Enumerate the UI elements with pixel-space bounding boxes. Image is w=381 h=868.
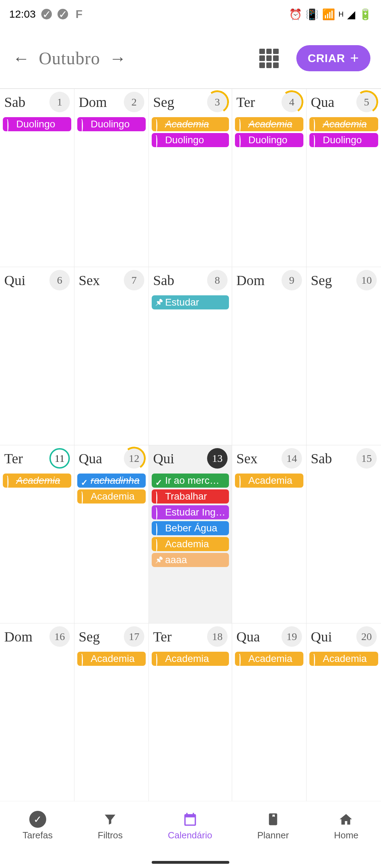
event-chip[interactable]: Academia	[235, 117, 303, 131]
day-cell[interactable]: Sex7	[74, 267, 149, 445]
day-number[interactable]: 20	[356, 626, 377, 647]
gesture-handle[interactable]	[152, 861, 229, 864]
day-cell[interactable]: Sab8📌Estudar	[149, 267, 232, 445]
day-number[interactable]: 2	[124, 92, 144, 112]
day-cell[interactable]: Seg3AcademiaDuolingo	[149, 89, 232, 267]
nav-tarefas[interactable]: ✓ Tarefas	[23, 811, 53, 841]
event-chip[interactable]: Academia	[309, 652, 378, 666]
day-number[interactable]: 1	[49, 92, 70, 112]
pin-icon: 📌	[155, 556, 163, 564]
day-header: Sab1	[3, 92, 71, 112]
check-icon	[155, 477, 163, 484]
day-number[interactable]: 5	[356, 92, 377, 112]
day-number[interactable]: 16	[49, 626, 70, 647]
day-header: Qui13	[152, 448, 229, 469]
status-bar: 12:03 ✓ ✓ F ⏰ 📳 📶 H ◢ 🔋	[0, 0, 381, 28]
event-chip[interactable]: Academia	[152, 537, 229, 551]
vibrate-icon: 📳	[306, 8, 319, 20]
day-cell[interactable]: Qui13Ir ao merc…TrabalharEstudar Ing…Beb…	[149, 445, 232, 623]
event-chip[interactable]: Duolingo	[77, 117, 146, 131]
day-cell[interactable]: Qui20Academia	[307, 623, 381, 802]
event-list: Academia	[309, 652, 378, 666]
day-cell[interactable]: Seg17Academia	[74, 623, 149, 802]
day-number[interactable]: 3	[207, 92, 228, 112]
event-chip[interactable]: Academia	[3, 474, 71, 488]
day-name: Qua	[79, 450, 102, 467]
day-cell[interactable]: Qui6	[0, 267, 74, 445]
day-number[interactable]: 9	[282, 270, 302, 290]
day-cell[interactable]: Sab1Duolingo	[0, 89, 74, 267]
day-name: Seg	[79, 628, 100, 645]
day-number[interactable]: 7	[124, 270, 144, 290]
event-chip[interactable]: Beber Água	[152, 521, 229, 535]
event-chip[interactable]: Academia	[77, 652, 146, 666]
event-chip[interactable]: Ir ao merc…	[152, 474, 229, 488]
event-chip[interactable]: Academia	[152, 652, 229, 666]
day-name: Seg	[311, 272, 332, 289]
day-cell[interactable]: Qua12rachadinhaAcademia	[74, 445, 149, 623]
next-month-button[interactable]: →	[107, 49, 128, 68]
event-chip[interactable]: Duolingo	[152, 133, 229, 147]
nav-tarefas-label: Tarefas	[23, 830, 53, 841]
day-header: Sab15	[309, 448, 378, 469]
day-cell[interactable]: Qua19Academia	[232, 623, 307, 802]
event-chip[interactable]: Academia	[235, 474, 303, 488]
day-cell[interactable]: Dom16	[0, 623, 74, 802]
plus-icon: +	[350, 50, 359, 67]
refresh-icon	[155, 120, 163, 128]
event-chip[interactable]: Academia	[309, 117, 378, 131]
event-chip[interactable]: rachadinha	[77, 474, 146, 488]
day-number[interactable]: 18	[207, 626, 228, 647]
event-chip[interactable]: Duolingo	[235, 133, 303, 147]
event-chip[interactable]: 📌Estudar	[152, 295, 229, 309]
event-chip[interactable]: Trabalhar	[152, 489, 229, 504]
month-title[interactable]: Outubro	[39, 48, 100, 68]
event-list: 📌Estudar	[152, 295, 229, 309]
day-number[interactable]: 4	[282, 92, 302, 112]
refresh-icon	[155, 655, 163, 663]
day-number[interactable]: 8	[207, 270, 228, 290]
header: ← Outubro → CRIAR +	[0, 28, 381, 88]
event-chip[interactable]: 📌aaaa	[152, 553, 229, 567]
event-chip[interactable]: Duolingo	[3, 117, 71, 131]
day-cell[interactable]: Seg10	[307, 267, 381, 445]
event-chip[interactable]: Academia	[77, 489, 146, 504]
day-number[interactable]: 13	[207, 448, 228, 469]
day-number[interactable]: 14	[282, 448, 302, 469]
create-button[interactable]: CRIAR +	[296, 45, 370, 71]
day-cell[interactable]: Qua5AcademiaDuolingo	[307, 89, 381, 267]
nav-home-label: Home	[334, 830, 358, 841]
day-cell[interactable]: Ter18Academia	[149, 623, 232, 802]
refresh-icon	[238, 120, 246, 128]
day-number[interactable]: 15	[356, 448, 377, 469]
event-chip[interactable]: Academia	[152, 117, 229, 131]
event-chip[interactable]: Duolingo	[309, 133, 378, 147]
day-number[interactable]: 10	[356, 270, 377, 290]
nav-calendario[interactable]: 31 Calendário	[168, 811, 212, 841]
day-cell[interactable]: Dom2Duolingo	[74, 89, 149, 267]
refresh-icon	[238, 477, 246, 484]
planner-icon	[265, 811, 282, 828]
day-header: Dom16	[3, 626, 71, 647]
nav-filtros[interactable]: Filtros	[98, 811, 123, 841]
day-number[interactable]: 17	[124, 626, 144, 647]
day-header: Qua12	[77, 448, 146, 469]
day-number[interactable]: 19	[282, 626, 302, 647]
day-name: Qua	[236, 628, 260, 645]
event-chip[interactable]: Academia	[235, 652, 303, 666]
day-cell[interactable]: Sab15	[307, 445, 381, 623]
nav-home[interactable]: Home	[334, 811, 358, 841]
day-cell[interactable]: Dom9	[232, 267, 307, 445]
day-name: Sex	[79, 272, 100, 289]
day-number[interactable]: 12	[124, 448, 144, 469]
day-cell[interactable]: Sex14Academia	[232, 445, 307, 623]
event-chip[interactable]: Estudar Ing…	[152, 505, 229, 519]
day-cell[interactable]: Ter4AcademiaDuolingo	[232, 89, 307, 267]
grid-view-button[interactable]	[259, 49, 279, 68]
day-number[interactable]: 11	[49, 448, 70, 469]
day-name: Sab	[153, 272, 174, 289]
prev-month-button[interactable]: ←	[11, 49, 32, 68]
day-number[interactable]: 6	[49, 270, 70, 290]
day-cell[interactable]: Ter11Academia	[0, 445, 74, 623]
nav-planner[interactable]: Planner	[257, 811, 289, 841]
